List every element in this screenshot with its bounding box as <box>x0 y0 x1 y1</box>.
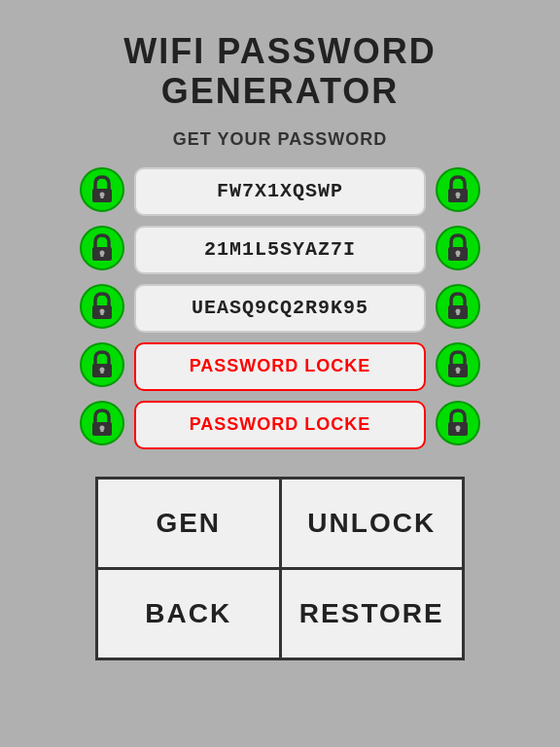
lock-icon-left <box>80 226 124 274</box>
svg-rect-19 <box>101 311 104 315</box>
svg-rect-39 <box>457 428 460 432</box>
page-subtitle: GET YOUR PASSWORD <box>173 129 387 150</box>
password-box[interactable]: FW7X1XQSWP <box>134 167 426 216</box>
svg-rect-3 <box>101 195 104 198</box>
password-box[interactable]: PASSWORD LOCKE <box>134 342 426 391</box>
password-row: UEASQ9CQ2R9K95 <box>80 284 480 333</box>
password-box[interactable]: UEASQ9CQ2R9K95 <box>134 284 426 333</box>
password-box[interactable]: 21M1L5SYAZ7I <box>134 226 426 274</box>
gen-button[interactable]: GEN <box>98 480 279 567</box>
lock-icon-right <box>436 342 480 391</box>
svg-rect-23 <box>457 311 460 315</box>
lock-icon-right <box>436 401 480 449</box>
password-row: PASSWORD LOCKE <box>80 342 480 391</box>
password-row: FW7X1XQSWP <box>80 167 480 216</box>
password-row: PASSWORD LOCKE <box>80 401 480 449</box>
svg-rect-7 <box>457 195 460 198</box>
svg-rect-15 <box>457 253 460 257</box>
unlock-button[interactable]: UNLOCK <box>282 480 463 567</box>
back-button[interactable]: BACK <box>98 570 279 658</box>
svg-rect-31 <box>457 370 460 374</box>
lock-icon-left <box>80 342 124 391</box>
svg-rect-35 <box>101 428 104 432</box>
app-title: WIFI PASSWORD GENERATOR <box>123 31 436 112</box>
lock-icon-left <box>80 401 124 449</box>
lock-icon-right <box>436 284 480 333</box>
svg-rect-27 <box>101 370 104 374</box>
password-row: 21M1L5SYAZ7I <box>80 226 480 274</box>
buttons-grid: GENUNLOCKBACKRESTORE <box>95 477 465 660</box>
svg-rect-11 <box>101 253 104 257</box>
password-box[interactable]: PASSWORD LOCKE <box>134 401 426 449</box>
password-list: FW7X1XQSWP21M1L5SYAZ7IUEASQ9CQ2R9K95PASS… <box>0 167 560 449</box>
lock-icon-right <box>436 167 480 216</box>
lock-icon-left <box>80 284 124 333</box>
lock-icon-right <box>436 226 480 274</box>
restore-button[interactable]: RESTORE <box>282 570 463 658</box>
lock-icon-left <box>80 167 124 216</box>
